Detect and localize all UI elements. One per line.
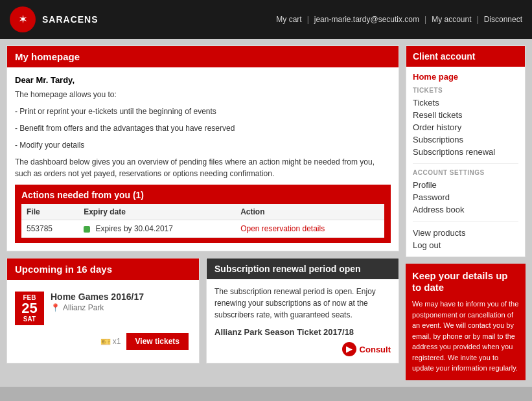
star-icon: ✶	[18, 12, 28, 27]
actions-box: Actions needed from you (1) File Expiry …	[15, 185, 391, 243]
event-row: FEB 25 SAT Home Games 2016/17 📍 Allianz …	[15, 292, 191, 325]
sidebar-subscriptions-link[interactable]: Subscriptions	[413, 133, 518, 146]
green-indicator	[84, 226, 90, 233]
header: ✶ SARACENS My cart | jean-marie.tardy@se…	[0, 0, 532, 39]
event-info: Home Games 2016/17 📍 Allianz Park	[51, 292, 191, 312]
action-cell: Open reservation details	[235, 220, 384, 238]
page-body: My homepage Dear Mr. Tardy, The homepage…	[0, 39, 532, 387]
sep2: |	[424, 15, 426, 24]
location-icon: 📍	[51, 303, 60, 312]
greeting: Dear Mr. Tardy,	[15, 75, 391, 85]
view-tickets-button[interactable]: View tickets	[126, 333, 189, 350]
renewal-panel: Subscription renewal period open The sub…	[206, 258, 399, 363]
col-action: Action	[235, 204, 384, 220]
upcoming-content: FEB 25 SAT Home Games 2016/17 📍 Allianz …	[7, 280, 199, 356]
consult-label: Consult	[360, 345, 391, 354]
homepage-content: Dear Mr. Tardy, The homepage allows you …	[7, 67, 399, 251]
keep-details-title: Keep your details up to date	[412, 270, 519, 293]
sidebar-home-link[interactable]: Home page	[413, 72, 518, 82]
sidebar-address-book-link[interactable]: Address book	[413, 203, 518, 216]
event-footer: 🎫 x1 View tickets	[15, 333, 191, 350]
upcoming-panel: Upcoming in 16 days FEB 25 SAT Home Game…	[6, 258, 200, 363]
col-expiry: Expiry date	[78, 204, 235, 220]
sidebar-view-products-link[interactable]: View products	[413, 227, 518, 239]
homepage-box: My homepage Dear Mr. Tardy, The homepage…	[6, 45, 399, 251]
bottom-panels: Upcoming in 16 days FEB 25 SAT Home Game…	[6, 258, 399, 363]
sep3: |	[477, 15, 479, 24]
bullet3: - Modify your details	[15, 139, 391, 151]
client-account-header: Client account	[406, 46, 525, 67]
homepage-header: My homepage	[7, 46, 399, 67]
event-venue: 📍 Allianz Park	[51, 303, 191, 312]
account-section-label: ACCOUNT SETTINGS	[413, 169, 518, 176]
keep-details-box: Keep your details up to date We may have…	[406, 264, 526, 380]
sidebar-profile-link[interactable]: Profile	[413, 179, 518, 191]
event-day: 25	[20, 301, 39, 315]
consult-circle-icon: ▶	[342, 342, 356, 356]
email-link[interactable]: jean-marie.tardy@secutix.com	[314, 15, 419, 24]
ticket-count: 🎫 x1	[100, 337, 121, 347]
sidebar-divider	[413, 163, 518, 164]
renewal-content: The subscription renewal period is open.…	[207, 279, 399, 363]
logo-area: ✶ SARACENS	[10, 6, 98, 32]
ticket-icon: 🎫	[100, 337, 111, 347]
arrow-right-icon: ▶	[346, 345, 352, 354]
dashboard-text: The dashboard below gives you an overvie…	[15, 156, 391, 179]
bullet2: - Benefit from offers and the advantages…	[15, 122, 391, 134]
sidebar-content: Home page TICKETS Tickets Resell tickets…	[406, 67, 525, 257]
sidebar-tickets-link[interactable]: Tickets	[413, 97, 518, 109]
tickets-section-label: TICKETS	[413, 87, 518, 94]
sidebar-subscriptions-renewal-link[interactable]: Subscriptions renewal	[413, 146, 518, 158]
renewal-product: Allianz Park Season Ticket 2017/18	[214, 327, 391, 337]
event-dow: SAT	[20, 315, 39, 323]
renewal-header: Subscription renewal period open	[207, 258, 399, 279]
date-badge: FEB 25 SAT	[15, 292, 44, 325]
sidebar-divider2	[413, 221, 518, 222]
venue-name: Allianz Park	[63, 303, 104, 312]
sidebar: Client account Home page TICKETS Tickets…	[406, 45, 526, 380]
expiry-date: Expires by 30.04.2017	[78, 220, 235, 238]
sidebar-order-history-link[interactable]: Order history	[413, 121, 518, 133]
main-content: My homepage Dear Mr. Tardy, The homepage…	[6, 45, 399, 380]
actions-table: File Expiry date Action 553785	[21, 204, 384, 238]
action-row: 553785 Expires by 30.04.2017 Open reserv…	[21, 220, 384, 238]
bullet1: - Print or reprint your e-tickets until …	[15, 106, 391, 117]
client-account-box: Client account Home page TICKETS Tickets…	[406, 45, 526, 257]
account-link[interactable]: My account	[432, 15, 471, 24]
upcoming-header: Upcoming in 16 days	[7, 258, 199, 280]
sidebar-resell-link[interactable]: Resell tickets	[413, 109, 518, 121]
cart-link[interactable]: My cart	[276, 15, 301, 24]
renewal-description: The subscription renewal period is open.…	[214, 286, 391, 321]
consult-link[interactable]: ▶ Consult	[342, 342, 391, 356]
logo-icon: ✶	[10, 6, 36, 32]
disconnect-link[interactable]: Disconnect	[484, 15, 522, 24]
event-name: Home Games 2016/17	[51, 292, 191, 302]
intro-text: The homepage allows you to:	[15, 89, 391, 100]
expiry-text: Expires by 30.04.2017	[96, 224, 173, 233]
header-nav: My cart | jean-marie.tardy@secutix.com |…	[276, 15, 522, 24]
sep1: |	[307, 15, 309, 24]
actions-title: Actions needed from you (1)	[21, 190, 384, 200]
product-name: Allianz Park Season Ticket 2017/18	[214, 327, 354, 337]
sidebar-password-link[interactable]: Password	[413, 191, 518, 203]
file-number: 553785	[21, 220, 78, 238]
logo-text: SARACENS	[42, 14, 98, 25]
open-reservation-link[interactable]: Open reservation details	[240, 224, 325, 233]
ticket-number: x1	[113, 337, 121, 346]
sidebar-logout-link[interactable]: Log out	[413, 239, 518, 251]
col-file: File	[21, 204, 78, 220]
keep-details-text: We may have to inform you of the postpon…	[412, 299, 519, 374]
